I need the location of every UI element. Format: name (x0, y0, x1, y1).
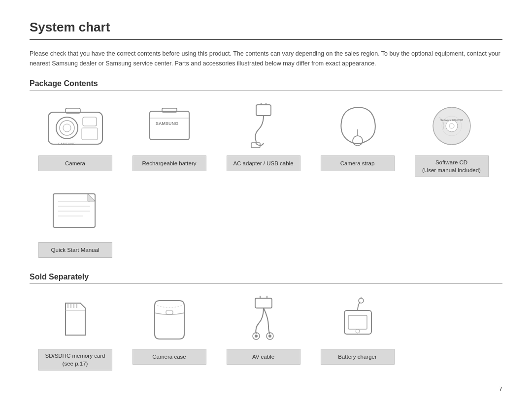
svg-rect-33 (166, 310, 173, 314)
svg-rect-42 (348, 315, 367, 329)
sd-card-image (38, 292, 112, 346)
svg-rect-4 (83, 117, 97, 126)
svg-rect-6 (82, 128, 98, 140)
item-ac-adapter: AC adapter / USB cable (218, 98, 309, 177)
intro-text: Please check that you have the correct c… (30, 49, 502, 68)
page-title: System chart (30, 20, 502, 40)
software-cd-image: Software CD-ROM (415, 98, 489, 153)
svg-point-2 (60, 121, 74, 135)
quick-start-manual-label: Quick Start Manual (38, 242, 112, 258)
camera-case-label: Camera case (133, 349, 206, 365)
rechargeable-battery-image: SAMSUNG (133, 98, 206, 153)
item-camera: SAMSUNG Camera (30, 98, 121, 177)
item-sd-card: SD/SDHC memory card (see p.17) (30, 292, 121, 370)
package-contents-title: Package Contents (30, 79, 502, 91)
software-cd-label: Software CD (User manual included) (415, 155, 489, 177)
svg-point-38 (255, 335, 258, 338)
page-number: 7 (30, 385, 502, 393)
item-camera-strap: Camera strap (312, 98, 403, 177)
sold-separately-row: SD/SDHC memory card (see p.17) Camera ca… (30, 292, 502, 373)
ac-adapter-label: AC adapter / USB cable (227, 155, 300, 171)
ac-adapter-image (227, 98, 300, 153)
item-camera-case: Camera case (124, 292, 215, 370)
camera-case-image (133, 292, 206, 346)
sold-separately-section: Sold Separately SD/SDHC memory card (see… (30, 273, 502, 373)
item-rechargeable-battery: SAMSUNG Rechargeable battery (124, 98, 215, 177)
svg-point-20 (449, 123, 454, 128)
svg-point-43 (359, 298, 364, 303)
svg-point-3 (63, 124, 71, 132)
av-cable-label: AV cable (227, 349, 300, 365)
quick-start-manual-image (38, 185, 112, 239)
sd-card-label: SD/SDHC memory card (see p.17) (38, 349, 112, 370)
item-software-cd: Software CD-ROM Software CD (User manual… (406, 98, 497, 177)
camera-label: Camera (38, 155, 112, 171)
svg-rect-12 (256, 105, 271, 116)
av-cable-image (227, 292, 300, 346)
svg-point-40 (268, 335, 271, 338)
camera-image: SAMSUNG (38, 98, 112, 153)
svg-rect-34 (255, 298, 272, 308)
battery-charger-image (321, 292, 395, 346)
package-contents-row-2: Quick Start Manual (30, 185, 502, 261)
item-quick-start-manual: Quick Start Manual (30, 185, 121, 258)
sold-separately-title: Sold Separately (30, 273, 502, 284)
svg-text:SAMSUNG: SAMSUNG (156, 121, 178, 126)
item-av-cable: AV cable (218, 292, 309, 370)
svg-text:SAMSUNG: SAMSUNG (58, 142, 75, 146)
camera-strap-image (321, 98, 395, 153)
svg-point-45 (356, 329, 360, 333)
battery-charger-label: Battery charger (321, 349, 395, 365)
package-contents-section: Package Contents S (30, 79, 502, 261)
rechargeable-battery-label: Rechargeable battery (133, 155, 206, 171)
item-battery-charger: Battery charger (312, 292, 403, 370)
package-contents-row-1: SAMSUNG Camera SAMSUNG Rechargeable ba (30, 98, 502, 180)
camera-strap-label: Camera strap (321, 155, 395, 171)
